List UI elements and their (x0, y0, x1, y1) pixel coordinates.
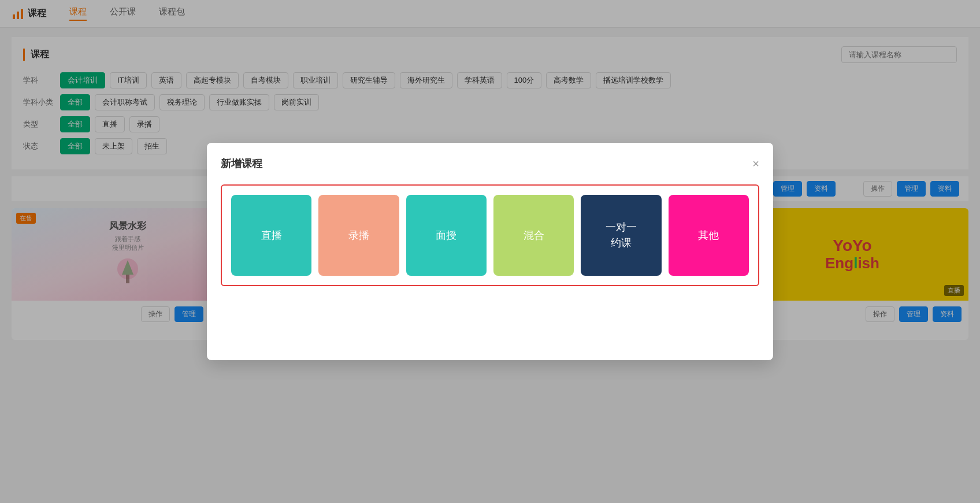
course-type-mixed[interactable]: 混合 (493, 195, 574, 276)
modal-header: 新增课程 × (221, 157, 759, 171)
modal-overlay[interactable]: 新增课程 × 直播 录播 面授 混合 一对一 约课 其他 (0, 0, 980, 349)
add-course-modal: 新增课程 × 直播 录播 面授 混合 一对一 约课 其他 (207, 143, 773, 349)
course-type-live[interactable]: 直播 (231, 195, 311, 276)
modal-title: 新增课程 (221, 157, 262, 171)
course-type-oneone[interactable]: 一对一 约课 (581, 195, 661, 276)
modal-bottom-space (221, 300, 759, 346)
modal-close-button[interactable]: × (752, 158, 759, 169)
course-type-offline[interactable]: 面授 (406, 195, 487, 276)
course-type-grid: 直播 录播 面授 混合 一对一 约课 其他 (221, 184, 759, 286)
course-type-other[interactable]: 其他 (669, 195, 749, 276)
course-type-record[interactable]: 录播 (318, 195, 399, 276)
